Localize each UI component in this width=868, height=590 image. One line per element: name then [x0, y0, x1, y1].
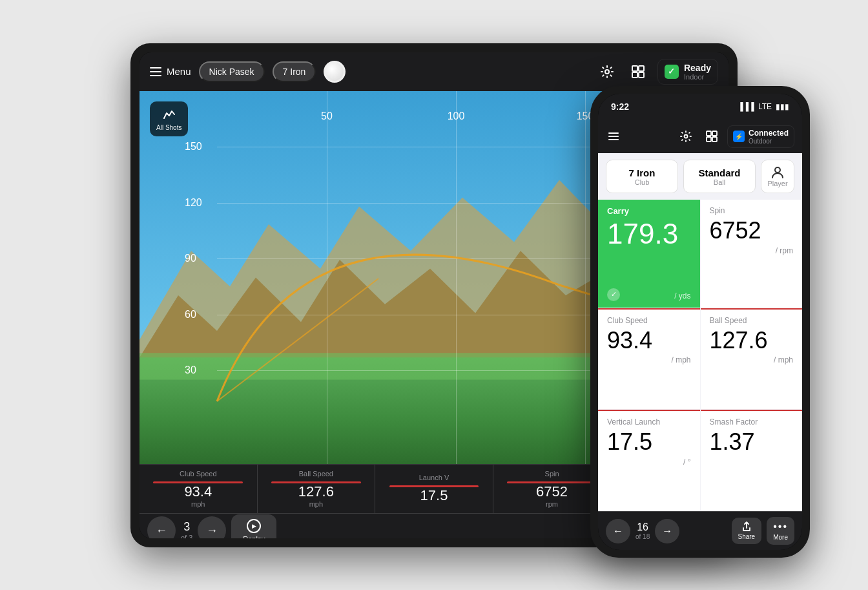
phone-status-bar: 9:22 ▐▐▐ LTE ▮▮▮ [598, 94, 802, 120]
all-shots-button[interactable]: All Shots [150, 101, 188, 136]
stat-club-speed-value: 93.4 [184, 483, 212, 500]
svg-rect-11 [707, 131, 711, 136]
phone-device: 9:22 ▐▐▐ LTE ▮▮▮ [590, 86, 810, 558]
connected-badge: ⚡ Connected Outdoor [727, 125, 794, 148]
stat-carry-cell: Carry 179.3 ✓ / yds [598, 200, 700, 308]
ball-icon [326, 63, 344, 81]
bluetooth-icon: ⚡ [733, 131, 745, 142]
phone-share-button[interactable]: Share [732, 518, 762, 544]
hamburger-icon [150, 67, 161, 76]
stat-vert-launch-header: Vertical Launch [607, 417, 691, 427]
stat-launch-v-label: Launch V [419, 474, 449, 481]
stat-ball-speed-label: Ball Speed [299, 470, 333, 478]
ball-selector[interactable]: Standard Ball [683, 160, 756, 193]
replay-icon [247, 519, 261, 533]
phone-bottom-nav: ← 16 of 18 → Share ••• More [598, 511, 802, 550]
svg-point-15 [775, 167, 780, 173]
ready-text: Ready Indoor [684, 63, 711, 81]
shots-icon [161, 107, 177, 122]
phone-stats-grid: Carry 179.3 ✓ / yds Spin 6752 / rpm Club… [598, 200, 802, 511]
all-shots-label: All Shots [156, 124, 181, 131]
stat-club-speed-value: 93.4 [607, 328, 691, 353]
club-selector[interactable]: 7 Iron Club [606, 160, 678, 193]
svg-rect-12 [712, 131, 717, 136]
stat-club-speed-cell: Club Speed 93.4 / mph [598, 308, 700, 410]
svg-point-10 [684, 135, 687, 138]
stat-launch-v: Launch V 17.5 [375, 465, 493, 513]
phone-back-button[interactable]: ← [606, 519, 630, 543]
ball-button[interactable] [324, 61, 346, 83]
stat-spin-unit: / rpm [710, 246, 794, 255]
lte-label: LTE [758, 102, 772, 111]
replay-label: Replay [243, 535, 265, 538]
stat-club-speed-label: Club Speed [180, 470, 217, 478]
stat-smash-value: 1.37 [710, 429, 794, 455]
tablet-topbar: Menu Nick Pasek 7 Iron [140, 52, 728, 91]
ball-label: Ball [689, 178, 750, 186]
stat-club-speed-unit: mph [191, 500, 205, 508]
club-value: 7 Iron [612, 167, 672, 178]
svg-rect-1 [632, 66, 637, 71]
phone-time: 9:22 [611, 101, 629, 112]
stat-club-speed: Club Speed 93.4 mph [140, 465, 258, 513]
club-label: Club [612, 178, 672, 186]
signal-bars-icon: ▐▐▐ [738, 102, 754, 111]
stat-ball-speed: Ball Speed 127.6 mph [258, 465, 376, 513]
stat-spin-label: Spin [545, 470, 559, 478]
grid-view-button[interactable] [626, 60, 650, 83]
stat-carry-unit: / yds [674, 291, 690, 300]
stat-club-speed-header: Club Speed [607, 316, 691, 325]
menu-label: Menu [167, 66, 191, 77]
stat-carry-value: 179.3 [607, 218, 691, 249]
svg-point-0 [605, 70, 609, 74]
phone-grid-button[interactable] [701, 126, 722, 147]
phone-forward-button[interactable]: → [655, 519, 679, 543]
phone-club-row: 7 Iron Club Standard Ball Player [598, 153, 802, 200]
stat-ball-speed-value: 127.6 [298, 483, 334, 500]
stat-spin-unit: rpm [546, 500, 558, 508]
stat-vert-launch-value: 17.5 [607, 429, 691, 455]
connected-text: Connected Outdoor [749, 129, 789, 145]
phone-more-button[interactable]: ••• More [767, 517, 794, 545]
stat-smash-header: Smash Factor [710, 417, 794, 427]
menu-button[interactable]: Menu [150, 66, 191, 77]
stat-ball-speed-cell: Ball Speed 127.6 / mph [701, 308, 803, 410]
phone-topbar: ⚡ Connected Outdoor [598, 120, 802, 153]
phone-more-label: More [773, 534, 788, 541]
stat-carry-header: Carry [607, 206, 691, 216]
ball-value: Standard [689, 167, 750, 178]
stat-spin-value: 6752 [710, 218, 794, 244]
stat-ball-speed-header: Ball Speed [710, 316, 794, 325]
phone-page-sub: of 18 [636, 533, 650, 540]
svg-rect-13 [707, 137, 711, 142]
back-button[interactable]: ← [147, 516, 176, 538]
connected-sub: Outdoor [749, 138, 789, 145]
stat-launch-v-value: 17.5 [420, 487, 448, 504]
phone-menu-button[interactable] [606, 130, 621, 143]
phone-status-right: ▐▐▐ LTE ▮▮▮ [738, 102, 789, 111]
svg-rect-3 [632, 72, 637, 78]
stat-vert-launch-cell: Vertical Launch 17.5 / ° [598, 410, 700, 511]
phone-page-number: 16 [636, 522, 650, 533]
replay-button[interactable]: Replay [231, 514, 276, 538]
phone-settings-button[interactable] [676, 126, 696, 147]
stat-smash-cell: Smash Factor 1.37 [701, 410, 803, 511]
ready-badge: ✓ Ready Indoor [657, 59, 718, 85]
forward-button[interactable]: → [198, 516, 226, 538]
stat-vert-launch-unit: / ° [607, 458, 691, 467]
club-pill[interactable]: 7 Iron [273, 61, 316, 82]
settings-button[interactable] [595, 60, 619, 83]
svg-rect-2 [639, 66, 644, 71]
carry-check-icon: ✓ [607, 288, 620, 301]
player-pill[interactable]: Nick Pasek [199, 61, 265, 82]
share-label: Share [738, 533, 756, 540]
stat-spin-value: 6752 [536, 483, 568, 500]
svg-rect-14 [712, 137, 717, 142]
page-number: 3 [181, 520, 192, 534]
phone-screen: 9:22 ▐▐▐ LTE ▮▮▮ [598, 94, 802, 550]
connected-title: Connected [749, 129, 789, 138]
ready-sub: Indoor [684, 73, 711, 81]
stat-ball-speed-unit: / mph [710, 355, 794, 364]
player-selector[interactable]: Player [761, 160, 794, 193]
page-info: 3 of 3 [181, 520, 192, 538]
